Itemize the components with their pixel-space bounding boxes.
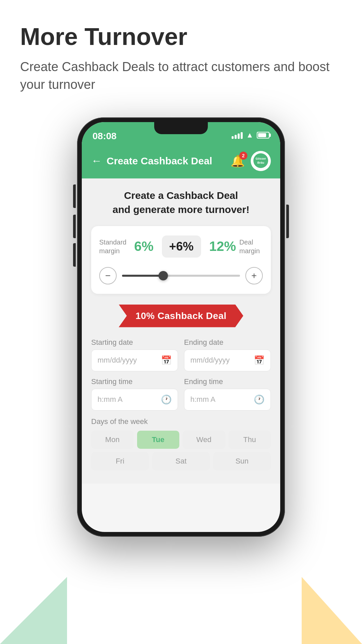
svg-text:Gösser: Gösser [255,157,266,160]
date-row: Starting date mm/dd/yyyy 📅 Ending date m… [91,338,271,371]
calendar-start-icon: 📅 [161,355,172,366]
ending-time-placeholder: h:mm A [190,395,216,404]
starting-date-input[interactable]: mm/dd/yyyy 📅 [91,350,178,371]
starting-time-field: Starting time h:mm A 🕐 [91,377,178,411]
nav-title: Create Cashback Deal [107,155,212,167]
day-wed[interactable]: Wed [183,431,225,449]
minus-icon: − [105,271,111,280]
deal-margin-group: 12% Dealmargin [209,238,263,255]
clock-end-icon: 🕐 [254,394,264,405]
starting-time-input[interactable]: h:mm A 🕐 [91,389,178,411]
slider-fill [122,275,163,277]
day-tue[interactable]: Tue [137,431,180,449]
days-row-2: Fri Sat Sun [91,452,271,470]
phone-frame: 08:08 ▲ [77,117,285,537]
svg-point-0 [253,153,268,168]
ending-time-field: Ending time h:mm A 🕐 [184,377,271,411]
days-section: Days of the week Mon Tue Wed Thu Fri Sat… [91,417,271,470]
nav-left: ← Create Cashback Deal [91,155,212,167]
day-sat[interactable]: Sat [152,452,210,470]
slider-track[interactable] [122,275,240,277]
starting-date-label: Starting date [91,338,178,347]
notification-badge: 2 [239,152,247,160]
cashback-banner: 10% Cashback Deal [91,305,271,327]
ending-time-input[interactable]: h:mm A 🕐 [184,389,271,411]
margin-card: Standardmargin 6% +6% 12% Dealmargin − [91,226,271,294]
slider-thumb[interactable] [159,271,168,280]
page-title: More Turnover [20,23,342,50]
ending-date-field: Ending date mm/dd/yyyy 📅 [184,338,271,371]
notification-button[interactable]: 🔔 2 [231,154,245,168]
day-fri[interactable]: Fri [91,452,149,470]
starting-time-placeholder: h:mm A [98,395,123,404]
svg-text:Bräu: Bräu [257,161,264,164]
slider-decrease-button[interactable]: − [99,267,117,284]
phone-mockup: 08:08 ▲ [0,117,362,537]
signal-bar-4 [241,132,243,139]
deco-triangle-yellow [302,577,362,644]
status-time: 08:08 [93,128,117,142]
margin-center-badge: +6% [162,235,201,258]
days-label: Days of the week [91,417,271,426]
cashback-label: 10% Cashback Deal [119,305,243,327]
hero-section: Create a Cashback Dealand generate more … [91,189,271,217]
deal-margin-value: 12% [209,239,236,254]
plus-icon: + [251,271,257,280]
starting-time-label: Starting time [91,377,178,386]
page-subtitle: Create Cashback Deals to attract custome… [20,58,342,94]
nav-bar: ← Create Cashback Deal 🔔 2 Gö [82,146,280,178]
ending-time-label: Ending time [184,377,271,386]
deco-triangle-green [0,577,67,644]
status-bar: 08:08 ▲ [82,122,280,146]
clock-start-icon: 🕐 [161,394,172,405]
signal-bar-1 [232,136,234,139]
battery-icon [257,132,269,139]
ending-date-label: Ending date [184,338,271,347]
margin-row: Standardmargin 6% +6% 12% Dealmargin [99,235,263,258]
battery-fill [258,133,266,137]
deal-margin-label: Dealmargin [239,238,263,255]
slider-row: − + [99,267,263,284]
hero-title: Create a Cashback Dealand generate more … [91,189,271,217]
notch [154,122,208,134]
wifi-icon: ▲ [246,131,253,140]
slider-increase-button[interactable]: + [245,267,263,284]
ending-date-placeholder: mm/dd/yyyy [190,356,230,365]
date-section: Starting date mm/dd/yyyy 📅 Ending date m… [91,338,271,411]
standard-margin-label: Standardmargin [99,238,126,255]
page-header: More Turnover Create Cashback Deals to a… [0,0,362,101]
standard-margin-value: 6% [134,239,154,254]
back-button[interactable]: ← [91,155,102,167]
time-row: Starting time h:mm A 🕐 Ending time h:mm … [91,377,271,411]
nav-right: 🔔 2 Gösser Bräu [231,151,271,171]
day-mon[interactable]: Mon [91,431,134,449]
brand-logo[interactable]: Gösser Bräu [251,151,271,171]
phone-screen: 08:08 ▲ [82,122,280,532]
phone-content: Create a Cashback Dealand generate more … [82,178,280,484]
starting-date-field: Starting date mm/dd/yyyy 📅 [91,338,178,371]
phone-header: 08:08 ▲ [82,122,280,178]
signal-bar-2 [235,135,237,139]
day-thu[interactable]: Thu [229,431,271,449]
day-sun[interactable]: Sun [213,452,271,470]
brand-logo-text: Gösser Bräu [253,153,268,169]
signal-bar-3 [238,133,240,139]
status-icons: ▲ [232,128,269,140]
signal-icon [232,131,243,139]
days-row-1: Mon Tue Wed Thu [91,431,271,449]
ending-date-input[interactable]: mm/dd/yyyy 📅 [184,350,271,371]
calendar-end-icon: 📅 [254,355,264,366]
starting-date-placeholder: mm/dd/yyyy [98,356,137,365]
